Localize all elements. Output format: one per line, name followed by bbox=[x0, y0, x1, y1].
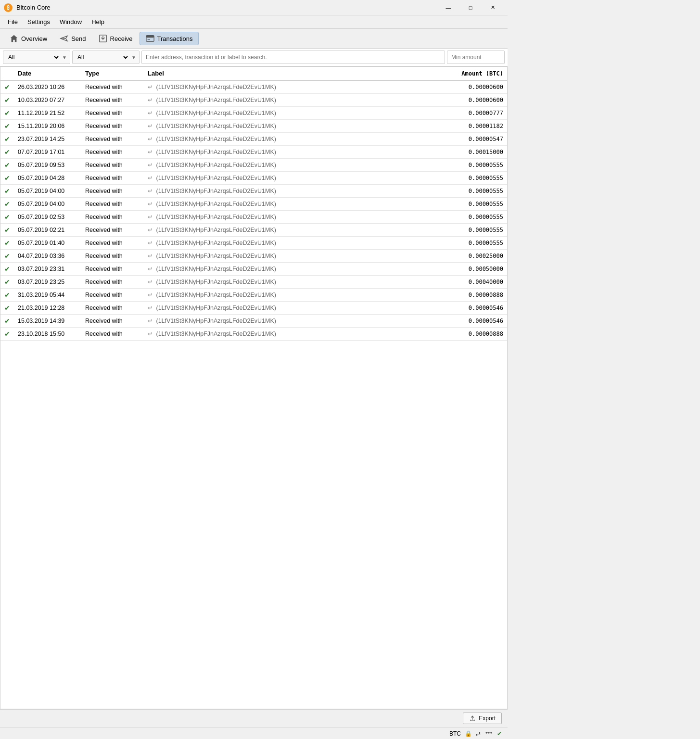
row-address: (1LfV1tSt3KNyHpFJnAzrqsLFdeD2EvU1MK) bbox=[156, 188, 276, 194]
type-filter-1[interactable]: All ▼ bbox=[3, 51, 70, 64]
row-check: ✔ bbox=[0, 172, 14, 185]
row-date: 05.07.2019 02:21 bbox=[14, 224, 81, 237]
table-row[interactable]: ✔ 03.07.2019 23:25 Received with ↵ (1LfV… bbox=[0, 276, 507, 289]
row-check: ✔ bbox=[0, 120, 14, 133]
table-row[interactable]: ✔ 05.07.2019 04:28 Received with ↵ (1LfV… bbox=[0, 172, 507, 185]
table-row[interactable]: ✔ 23.10.2018 15:50 Received with ↵ (1LfV… bbox=[0, 328, 507, 341]
table-row[interactable]: ✔ 07.07.2019 17:01 Received with ↵ (1LfV… bbox=[0, 146, 507, 159]
table-row[interactable]: ✔ 11.12.2019 21:52 Received with ↵ (1LfV… bbox=[0, 107, 507, 120]
dropdown-arrow-2: ▼ bbox=[131, 55, 136, 60]
row-type: Received with bbox=[81, 133, 144, 146]
row-label: ↵ (1LfV1tSt3KNyHpFJnAzrqsLFdeD2EvU1MK) bbox=[144, 172, 410, 185]
table-row[interactable]: ✔ 21.03.2019 12:28 Received with ↵ (1LfV… bbox=[0, 302, 507, 315]
svg-point-6 bbox=[485, 732, 487, 733]
row-date: 23.07.2019 14:25 bbox=[14, 133, 81, 146]
home-icon bbox=[10, 34, 18, 43]
row-label: ↵ (1LfV1tSt3KNyHpFJnAzrqsLFdeD2EvU1MK) bbox=[144, 263, 410, 276]
nav-toolbar: Overview Send Receive Transactions bbox=[0, 29, 508, 49]
menu-help[interactable]: Help bbox=[88, 17, 108, 26]
table-header-row: Date Type Label Amount (BTC) bbox=[0, 67, 507, 80]
col-type[interactable]: Type bbox=[81, 67, 144, 80]
nav-transactions-label: Transactions bbox=[157, 35, 193, 42]
title-bar: ₿ Bitcoin Core — □ ✕ bbox=[0, 0, 508, 15]
row-amount: 0.00000555 bbox=[410, 159, 507, 172]
row-address: (1LfV1tSt3KNyHpFJnAzrqsLFdeD2EvU1MK) bbox=[156, 292, 276, 298]
type-select-1[interactable]: All bbox=[6, 53, 60, 61]
row-address: (1LfV1tSt3KNyHpFJnAzrqsLFdeD2EvU1MK) bbox=[156, 201, 276, 207]
nav-transactions[interactable]: Transactions bbox=[140, 32, 199, 45]
search-input[interactable] bbox=[141, 51, 445, 64]
row-address: (1LfV1tSt3KNyHpFJnAzrqsLFdeD2EvU1MK) bbox=[156, 149, 276, 155]
table-row[interactable]: ✔ 26.03.2020 10:26 Received with ↵ (1LfV… bbox=[0, 80, 507, 94]
table-row[interactable]: ✔ 03.07.2019 23:31 Received with ↵ (1LfV… bbox=[0, 263, 507, 276]
table-row[interactable]: ✔ 23.07.2019 14:25 Received with ↵ (1LfV… bbox=[0, 133, 507, 146]
table-row[interactable]: ✔ 05.07.2019 04:00 Received with ↵ (1LfV… bbox=[0, 198, 507, 211]
row-amount: 0.00000888 bbox=[410, 328, 507, 341]
row-date: 05.07.2019 04:28 bbox=[14, 172, 81, 185]
nav-receive-label: Receive bbox=[110, 35, 133, 42]
row-check: ✔ bbox=[0, 146, 14, 159]
row-check: ✔ bbox=[0, 198, 14, 211]
check-icon: ✔ bbox=[497, 730, 502, 737]
close-button[interactable]: ✕ bbox=[482, 0, 504, 15]
row-date: 03.07.2019 23:31 bbox=[14, 263, 81, 276]
nav-send[interactable]: Send bbox=[54, 32, 91, 45]
minimize-button[interactable]: — bbox=[437, 0, 459, 15]
table-row[interactable]: ✔ 05.07.2019 02:53 Received with ↵ (1LfV… bbox=[0, 211, 507, 224]
nav-overview[interactable]: Overview bbox=[4, 32, 53, 45]
menu-settings[interactable]: Settings bbox=[24, 17, 54, 26]
table-row[interactable]: ✔ 10.03.2020 07:27 Received with ↵ (1LfV… bbox=[0, 94, 507, 107]
type-filter-2[interactable]: All ▼ bbox=[72, 51, 140, 64]
row-type: Received with bbox=[81, 315, 144, 328]
status-bar: BTC 🔒 ⇄ ✔ bbox=[0, 727, 508, 739]
table-row[interactable]: ✔ 15.11.2019 20:06 Received with ↵ (1LfV… bbox=[0, 120, 507, 133]
row-amount: 0.00000888 bbox=[410, 289, 507, 302]
label-icon: ↵ bbox=[148, 279, 153, 285]
min-amount-input[interactable] bbox=[447, 51, 505, 64]
nav-receive[interactable]: Receive bbox=[93, 32, 139, 45]
label-icon: ↵ bbox=[148, 266, 153, 272]
menu-window[interactable]: Window bbox=[56, 17, 86, 26]
col-label[interactable]: Label bbox=[144, 67, 410, 80]
row-type: Received with bbox=[81, 263, 144, 276]
row-address: (1LfV1tSt3KNyHpFJnAzrqsLFdeD2EvU1MK) bbox=[156, 305, 276, 311]
table-row[interactable]: ✔ 15.03.2019 14:39 Received with ↵ (1LfV… bbox=[0, 315, 507, 328]
row-label: ↵ (1LfV1tSt3KNyHpFJnAzrqsLFdeD2EvU1MK) bbox=[144, 80, 410, 94]
app-icon: ₿ bbox=[4, 3, 13, 12]
table-row[interactable]: ✔ 05.07.2019 04:00 Received with ↵ (1LfV… bbox=[0, 185, 507, 198]
row-type: Received with bbox=[81, 120, 144, 133]
row-label: ↵ (1LfV1tSt3KNyHpFJnAzrqsLFdeD2EvU1MK) bbox=[144, 94, 410, 107]
row-type: Received with bbox=[81, 237, 144, 250]
row-amount: 0.00000555 bbox=[410, 237, 507, 250]
menu-file[interactable]: File bbox=[4, 17, 22, 26]
row-date: 10.03.2020 07:27 bbox=[14, 94, 81, 107]
export-icon bbox=[469, 715, 476, 722]
table-row[interactable]: ✔ 05.07.2019 09:53 Received with ↵ (1LfV… bbox=[0, 159, 507, 172]
row-type: Received with bbox=[81, 302, 144, 315]
row-check: ✔ bbox=[0, 328, 14, 341]
row-label: ↵ (1LfV1tSt3KNyHpFJnAzrqsLFdeD2EvU1MK) bbox=[144, 159, 410, 172]
label-icon: ↵ bbox=[148, 110, 153, 116]
maximize-button[interactable]: □ bbox=[459, 0, 482, 15]
row-label: ↵ (1LfV1tSt3KNyHpFJnAzrqsLFdeD2EvU1MK) bbox=[144, 146, 410, 159]
transactions-table-container[interactable]: Date Type Label Amount (BTC) ✔ 26.03.202… bbox=[0, 66, 508, 709]
row-label: ↵ (1LfV1tSt3KNyHpFJnAzrqsLFdeD2EvU1MK) bbox=[144, 302, 410, 315]
table-row[interactable]: ✔ 05.07.2019 02:21 Received with ↵ (1LfV… bbox=[0, 224, 507, 237]
row-label: ↵ (1LfV1tSt3KNyHpFJnAzrqsLFdeD2EvU1MK) bbox=[144, 289, 410, 302]
row-type: Received with bbox=[81, 198, 144, 211]
type-select-2[interactable]: All bbox=[76, 53, 129, 61]
row-date: 26.03.2020 10:26 bbox=[14, 80, 81, 94]
row-amount: 0.00000555 bbox=[410, 224, 507, 237]
export-button[interactable]: Export bbox=[463, 713, 502, 724]
table-row[interactable]: ✔ 31.03.2019 05:44 Received with ↵ (1LfV… bbox=[0, 289, 507, 302]
label-icon: ↵ bbox=[148, 214, 153, 220]
transactions-icon bbox=[146, 34, 154, 43]
col-date[interactable]: Date bbox=[14, 67, 81, 80]
table-row[interactable]: ✔ 04.07.2019 03:36 Received with ↵ (1LfV… bbox=[0, 250, 507, 263]
table-row[interactable]: ✔ 05.07.2019 01:40 Received with ↵ (1LfV… bbox=[0, 237, 507, 250]
col-amount[interactable]: Amount (BTC) bbox=[410, 67, 507, 80]
row-label: ↵ (1LfV1tSt3KNyHpFJnAzrqsLFdeD2EvU1MK) bbox=[144, 315, 410, 328]
row-amount: 0.00000600 bbox=[410, 94, 507, 107]
row-address: (1LfV1tSt3KNyHpFJnAzrqsLFdeD2EvU1MK) bbox=[156, 279, 276, 285]
row-type: Received with bbox=[81, 185, 144, 198]
